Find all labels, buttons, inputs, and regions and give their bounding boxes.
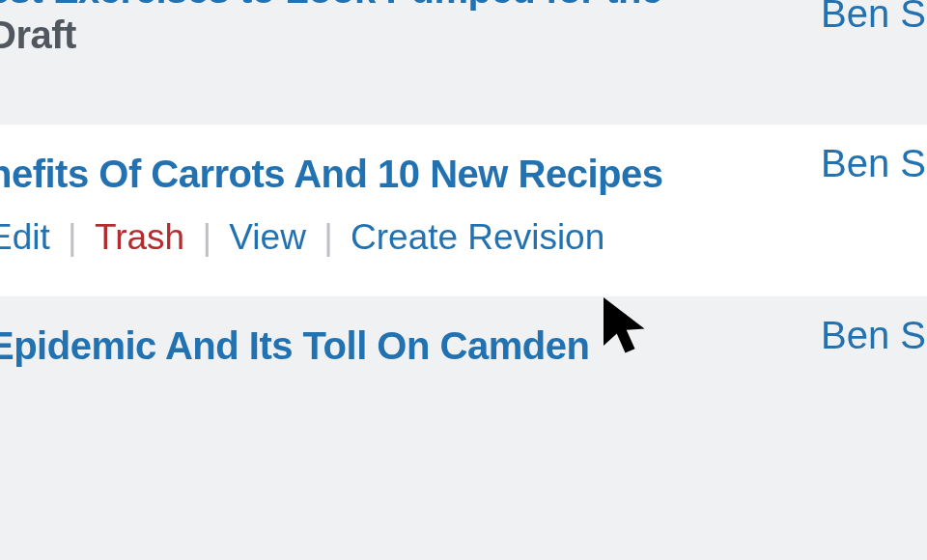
post-row: nefits Of Carrots And 10 New Recipes Edi… [0, 125, 927, 296]
post-title-link[interactable]: est Exercises to Look Pumped for the [0, 0, 662, 11]
create-revision-link[interactable]: Create Revision [351, 217, 604, 257]
separator: | [192, 217, 221, 257]
trash-link[interactable]: Trash [95, 217, 184, 257]
edit-link[interactable]: Edit [0, 217, 50, 257]
post-row: est Exercises to Look Pumped for the Dra… [0, 0, 927, 125]
post-author-link[interactable]: Ben S [821, 142, 926, 184]
post-title-cell: Epidemic And Its Toll On Camden [0, 322, 800, 370]
post-author-link[interactable]: Ben S [821, 0, 926, 35]
post-title-link[interactable]: Epidemic And Its Toll On Camden [0, 324, 589, 367]
post-title-cell: nefits Of Carrots And 10 New Recipes [0, 150, 800, 198]
row-actions: Edit | Trash | View | Create Revision [0, 217, 927, 258]
post-author-link[interactable]: Ben S [821, 314, 926, 356]
post-row: Epidemic And Its Toll On Camden Ben S [0, 296, 927, 437]
separator: | [58, 217, 87, 257]
separator: | [314, 217, 343, 257]
post-author-cell: Ben S [821, 0, 926, 36]
post-author-cell: Ben S [821, 314, 926, 357]
post-title-link[interactable]: nefits Of Carrots And 10 New Recipes [0, 153, 662, 195]
view-link[interactable]: View [229, 217, 306, 257]
post-title-cell: est Exercises to Look Pumped for the Dra… [0, 0, 800, 57]
post-status-draft: Draft [0, 14, 76, 56]
post-author-cell: Ben S [821, 142, 926, 185]
